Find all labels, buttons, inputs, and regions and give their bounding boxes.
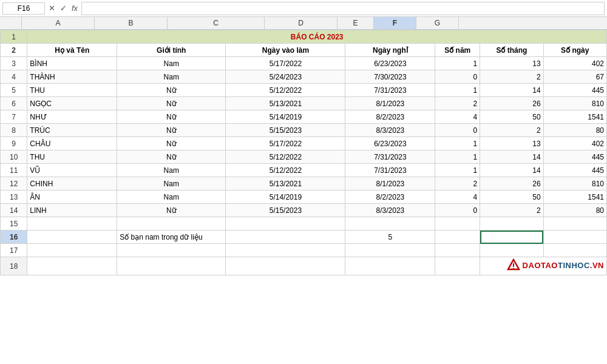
cell-e15[interactable] (435, 217, 480, 231)
cell-months-13[interactable]: 50 (480, 190, 543, 204)
cancel-icon[interactable]: ✕ (47, 4, 56, 13)
cell-days-3[interactable]: 402 (543, 57, 606, 70)
cell-f15[interactable] (480, 217, 543, 231)
cell-months-11[interactable]: 14 (480, 164, 543, 177)
cell-end-7[interactable]: 8/2/2023 (345, 110, 435, 124)
cell-name-3[interactable]: BÌNH (27, 57, 117, 70)
cell-start-13[interactable]: 5/14/2019 (226, 190, 345, 204)
cell-c18[interactable] (226, 257, 345, 275)
cell-gender-9[interactable]: Nữ (117, 137, 226, 150)
col-header-e[interactable]: E (337, 17, 374, 29)
cell-end-4[interactable]: 7/30/2023 (345, 70, 435, 84)
cell-e18[interactable] (435, 257, 480, 275)
cell-start-5[interactable]: 5/12/2022 (226, 84, 345, 97)
cell-end-8[interactable]: 8/3/2023 (345, 124, 435, 137)
cell-name-6[interactable]: NGỌC (27, 97, 117, 110)
cell-end-3[interactable]: 6/23/2023 (345, 57, 435, 70)
cell-end-14[interactable]: 8/3/2023 (345, 204, 435, 217)
cell-e17[interactable] (435, 244, 480, 257)
cell-b15[interactable] (117, 217, 226, 231)
fx-icon[interactable]: fx (70, 4, 79, 13)
cell-d18[interactable] (345, 257, 435, 275)
cell-name-8[interactable]: TRÚC (27, 124, 117, 137)
cell-start-9[interactable]: 5/17/2022 (226, 137, 345, 150)
cell-years-12[interactable]: 2 (435, 177, 480, 190)
cell-start-10[interactable]: 5/12/2022 (226, 150, 345, 164)
cell-days-7[interactable]: 1541 (543, 110, 606, 124)
col-header-f[interactable]: F (374, 17, 416, 29)
col-header-g[interactable]: G (416, 17, 459, 29)
cell-gender-10[interactable]: Nữ (117, 150, 226, 164)
cell-f16-selected[interactable] (480, 231, 543, 244)
cell-name-13[interactable]: ÂN (27, 190, 117, 204)
cell-days-4[interactable]: 67 (543, 70, 606, 84)
cell-months-9[interactable]: 13 (480, 137, 543, 150)
cell-gender-4[interactable]: Nam (117, 70, 226, 84)
cell-reference-box[interactable] (2, 2, 45, 15)
cell-days-6[interactable]: 810 (543, 97, 606, 110)
cell-months-5[interactable]: 14 (480, 84, 543, 97)
cell-end-13[interactable]: 8/2/2023 (345, 190, 435, 204)
cell-months-6[interactable]: 26 (480, 97, 543, 110)
cell-gender-13[interactable]: Nam (117, 190, 226, 204)
cell-days-9[interactable]: 402 (543, 137, 606, 150)
cell-years-14[interactable]: 0 (435, 204, 480, 217)
cell-days-14[interactable]: 80 (543, 204, 606, 217)
cell-start-4[interactable]: 5/24/2023 (226, 70, 345, 84)
cell-a16[interactable] (27, 231, 117, 244)
formula-input[interactable] (81, 2, 605, 15)
cell-gender-3[interactable]: Nam (117, 57, 226, 70)
cell-gender-6[interactable]: Nữ (117, 97, 226, 110)
cell-years-5[interactable]: 1 (435, 84, 480, 97)
cell-years-7[interactable]: 4 (435, 110, 480, 124)
cell-years-3[interactable]: 1 (435, 57, 480, 70)
cell-days-13[interactable]: 1541 (543, 190, 606, 204)
cell-name-11[interactable]: VŨ (27, 164, 117, 177)
cell-years-11[interactable]: 1 (435, 164, 480, 177)
cell-gender-5[interactable]: Nữ (117, 84, 226, 97)
cell-c17[interactable] (226, 244, 345, 257)
cell-c16[interactable] (226, 231, 345, 244)
cell-days-12[interactable]: 810 (543, 177, 606, 190)
cell-start-8[interactable]: 5/15/2023 (226, 124, 345, 137)
cell-days-11[interactable]: 445 (543, 164, 606, 177)
cell-months-12[interactable]: 26 (480, 177, 543, 190)
cell-a18[interactable] (27, 257, 117, 275)
cell-years-6[interactable]: 2 (435, 97, 480, 110)
cell-name-4[interactable]: THÀNH (27, 70, 117, 84)
cell-days-5[interactable]: 445 (543, 84, 606, 97)
cell-gender-12[interactable]: Nam (117, 177, 226, 190)
cell-gender-8[interactable]: Nữ (117, 124, 226, 137)
cell-a15[interactable] (27, 217, 117, 231)
cell-name-10[interactable]: THU (27, 150, 117, 164)
cell-years-13[interactable]: 4 (435, 190, 480, 204)
cell-days-8[interactable]: 80 (543, 124, 606, 137)
cell-start-14[interactable]: 5/15/2023 (226, 204, 345, 217)
cell-name-7[interactable]: NHƯ (27, 110, 117, 124)
cell-gender-14[interactable]: Nữ (117, 204, 226, 217)
cell-start-11[interactable]: 5/12/2022 (226, 164, 345, 177)
cell-years-10[interactable]: 1 (435, 150, 480, 164)
cell-months-8[interactable]: 2 (480, 124, 543, 137)
cell-years-8[interactable]: 0 (435, 124, 480, 137)
col-header-c[interactable]: C (168, 17, 265, 29)
cell-gender-11[interactable]: Nam (117, 164, 226, 177)
cell-f17[interactable] (480, 244, 543, 257)
cell-months-14[interactable]: 2 (480, 204, 543, 217)
col-header-b[interactable]: B (95, 17, 168, 29)
cell-g16[interactable] (543, 231, 606, 244)
cell-end-10[interactable]: 7/31/2023 (345, 150, 435, 164)
cell-start-6[interactable]: 5/13/2021 (226, 97, 345, 110)
cell-d17[interactable] (345, 244, 435, 257)
cell-end-9[interactable]: 6/23/2023 (345, 137, 435, 150)
cell-months-10[interactable]: 14 (480, 150, 543, 164)
col-header-d[interactable]: D (265, 17, 337, 29)
cell-days-10[interactable]: 445 (543, 150, 606, 164)
cell-g15[interactable] (543, 217, 606, 231)
cell-end-12[interactable]: 8/1/2023 (345, 177, 435, 190)
cell-months-3[interactable]: 13 (480, 57, 543, 70)
cell-c15[interactable] (226, 217, 345, 231)
cell-b17[interactable] (117, 244, 226, 257)
cell-b18[interactable] (117, 257, 226, 275)
cell-years-4[interactable]: 0 (435, 70, 480, 84)
